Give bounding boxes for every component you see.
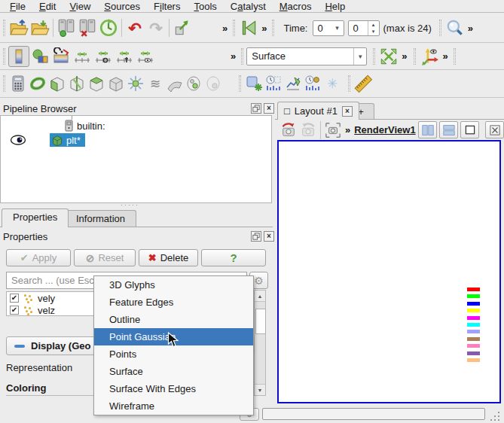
reset-session-button[interactable] — [98, 17, 119, 38]
spin-up-icon[interactable]: ▴ — [368, 21, 379, 29]
ruler-button[interactable] — [353, 74, 373, 93]
rescale-custom-range-button[interactable] — [93, 46, 114, 67]
split-vertical-button[interactable] — [439, 121, 458, 138]
visibility-toggle[interactable] — [10, 134, 26, 146]
panel-splitter-handle[interactable]: ····· — [121, 203, 151, 207]
representation-combobox[interactable]: Surface▾ — [246, 47, 367, 65]
rescale-temporal-range-button[interactable] — [114, 46, 135, 67]
maximize-view-button[interactable] — [460, 121, 479, 138]
zoom-to-data-button[interactable] — [378, 46, 399, 67]
toolbar-overflow-button[interactable]: » — [220, 23, 230, 34]
warp-button[interactable] — [165, 74, 185, 93]
menu-sources[interactable]: Sources — [97, 0, 147, 13]
calculator-button[interactable] — [8, 74, 28, 93]
toolbar-handle[interactable] — [241, 48, 243, 65]
tab-information[interactable]: Information — [65, 210, 136, 227]
vcr-overflow-button[interactable]: » — [259, 23, 269, 34]
help-button[interactable]: ? — [201, 249, 266, 266]
menu-edit[interactable]: Edit — [32, 0, 63, 13]
toolbar-handle[interactable] — [3, 20, 5, 36]
menu-view[interactable]: View — [63, 0, 97, 13]
load-state-button[interactable] — [172, 17, 193, 38]
toolbar-handle[interactable] — [3, 48, 5, 65]
plot-over-line-button[interactable] — [244, 74, 264, 93]
camera-undo-button[interactable] — [279, 120, 298, 140]
plot-data-button[interactable] — [283, 74, 303, 93]
scroll-down-button[interactable]: ▼ — [255, 384, 265, 395]
pipeline-item-plt[interactable]: plt* — [50, 133, 85, 147]
toolbar-handle[interactable] — [373, 48, 375, 65]
pipeline-tree[interactable] — [0, 115, 272, 203]
float-panel-button[interactable] — [251, 103, 261, 114]
threshold-button[interactable] — [87, 74, 106, 93]
render-view-title[interactable]: RenderView1 — [354, 124, 415, 135]
plot-selection-over-time-button[interactable] — [264, 74, 283, 93]
float-panel-button[interactable] — [251, 231, 261, 242]
toolbar-handle[interactable] — [3, 75, 5, 92]
toolbar-overflow-button[interactable]: » — [466, 23, 475, 34]
delete-button[interactable]: ✖Delete — [139, 249, 198, 266]
first-frame-button[interactable] — [238, 17, 259, 38]
camera-overflow-button[interactable]: » — [399, 50, 409, 62]
close-view-button[interactable] — [485, 121, 504, 138]
checkbox-velz[interactable]: ✔ — [10, 306, 19, 315]
close-panel-button[interactable]: × — [264, 231, 274, 242]
close-panel-button[interactable]: × — [264, 103, 274, 114]
menu-tools[interactable]: Tools — [187, 0, 223, 13]
apply-button[interactable]: ✔Apply — [6, 249, 71, 266]
toolbar-handle[interactable] — [414, 48, 416, 65]
scrollbar-thumb[interactable] — [255, 309, 266, 334]
menu-item-feature-edges[interactable]: Feature Edges — [94, 294, 253, 311]
resize-grip[interactable] — [490, 411, 500, 421]
toolbar-handle[interactable] — [454, 48, 456, 65]
split-horizontal-button[interactable] — [418, 121, 437, 138]
slice-button[interactable] — [67, 74, 87, 93]
menu-item-outline[interactable]: Outline — [94, 311, 253, 328]
disconnect-server-button[interactable] — [77, 17, 98, 38]
contour-button[interactable] — [28, 74, 47, 93]
glyph-button[interactable] — [126, 74, 145, 93]
solid-color-button[interactable] — [29, 46, 50, 67]
zoom-select-button[interactable] — [444, 17, 466, 38]
extract-subset-button[interactable] — [106, 74, 126, 93]
tab-properties[interactable]: Properties — [2, 208, 69, 227]
reset-button[interactable]: ⊘Reset — [74, 249, 136, 266]
time-combobox[interactable]: 0▾ — [313, 20, 344, 36]
menu-item-surface-with-edges[interactable]: Surface With Edges — [94, 380, 253, 397]
toolbar-handle[interactable] — [439, 20, 441, 36]
menu-file[interactable]: File — [3, 0, 32, 13]
group-datasets-button[interactable] — [185, 74, 204, 93]
close-layout-button[interactable]: × — [342, 106, 353, 117]
properties-scrollbar[interactable]: ▲ ▼ — [254, 290, 266, 396]
axes-visibility-button[interactable] — [419, 46, 440, 67]
camera-redo-button[interactable] — [298, 120, 318, 140]
toolbar-handle[interactable] — [348, 75, 350, 92]
connect-server-button[interactable] — [56, 17, 77, 38]
color-map-button[interactable] — [8, 46, 29, 67]
toolbar-overflow-button[interactable]: » — [440, 50, 450, 62]
view-overflow-button[interactable]: » — [343, 124, 353, 135]
probe-location-button[interactable]: ✳ — [322, 74, 342, 93]
tab-layout-1[interactable]: □ Layout #1 × — [277, 102, 359, 120]
extract-level-button[interactable] — [204, 74, 224, 93]
edit-color-map-button[interactable] — [50, 46, 72, 67]
rescale-visible-range-button[interactable] — [135, 46, 156, 67]
menu-item-3d-glyphs[interactable]: 3D Glyphs — [94, 276, 253, 294]
clip-button[interactable] — [47, 74, 67, 93]
plot-global-variables-button[interactable] — [303, 74, 322, 93]
scroll-up-button[interactable]: ▲ — [255, 291, 265, 302]
toolbar-handle[interactable] — [239, 75, 241, 92]
menu-catalyst[interactable]: Catalyst — [224, 0, 273, 13]
menu-help[interactable]: Help — [318, 0, 352, 13]
rescale-data-range-button[interactable] — [72, 46, 93, 67]
toolbar-handle[interactable] — [233, 20, 235, 36]
open-file-button[interactable] — [8, 17, 29, 38]
capture-screenshot-button[interactable] — [323, 120, 343, 140]
checkbox-vely[interactable]: ✔ — [10, 294, 19, 303]
menu-item-wireframe[interactable]: Wireframe — [94, 397, 253, 415]
time-spinbox[interactable]: 0▴▾ — [348, 20, 380, 36]
menu-item-surface[interactable]: Surface — [94, 363, 253, 380]
toolbar-handle[interactable] — [272, 20, 274, 36]
spin-down-icon[interactable]: ▾ — [368, 28, 379, 35]
pipeline-item-builtin[interactable]: builtin: — [65, 120, 105, 132]
